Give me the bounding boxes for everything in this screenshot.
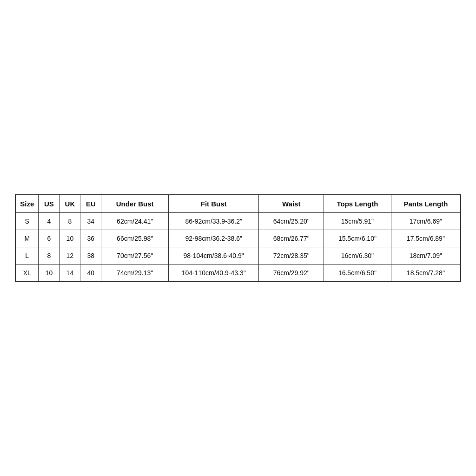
header-waist: Waist: [259, 195, 324, 213]
cell-fitbust-row1: 92-98cm/36.2-38.6": [169, 230, 259, 247]
header-underbust: Under Bust: [101, 195, 169, 213]
cell-pantslength-row3: 18.5cm/7.28": [391, 264, 461, 282]
header-size: Size: [15, 195, 39, 213]
cell-waist-row1: 68cm/26.77": [259, 230, 324, 247]
cell-us-row0: 4: [39, 212, 60, 230]
table-header-row: Size US UK EU Under Bust Fit Bust Waist …: [15, 195, 461, 213]
cell-topslength-row1: 15.5cm/6.10": [324, 230, 391, 247]
cell-pantslength-row2: 18cm/7.09": [391, 247, 461, 264]
cell-underbust-row3: 74cm/29.13": [101, 264, 169, 282]
cell-uk-row2: 12: [60, 247, 80, 264]
header-eu: EU: [80, 195, 101, 213]
cell-waist-row0: 64cm/25.20": [259, 212, 324, 230]
table-row: L8123870cm/27.56"98-104cm/38.6-40.9"72cm…: [15, 247, 461, 264]
cell-size-row3: XL: [15, 264, 39, 282]
size-chart-container: Size US UK EU Under Bust Fit Bust Waist …: [15, 194, 461, 282]
cell-fitbust-row3: 104-110cm/40.9-43.3": [169, 264, 259, 282]
cell-uk-row0: 8: [60, 212, 80, 230]
header-us: US: [39, 195, 60, 213]
cell-eu-row0: 34: [80, 212, 101, 230]
cell-underbust-row1: 66cm/25.98": [101, 230, 169, 247]
size-chart-table: Size US UK EU Under Bust Fit Bust Waist …: [15, 194, 461, 282]
cell-topslength-row2: 16cm/6.30": [324, 247, 391, 264]
cell-underbust-row0: 62cm/24.41": [101, 212, 169, 230]
table-row: M6103666cm/25.98"92-98cm/36.2-38.6"68cm/…: [15, 230, 461, 247]
header-fitbust: Fit Bust: [169, 195, 259, 213]
cell-us-row1: 6: [39, 230, 60, 247]
cell-size-row1: M: [15, 230, 39, 247]
cell-eu-row2: 38: [80, 247, 101, 264]
header-topslength: Tops Length: [324, 195, 391, 213]
cell-fitbust-row2: 98-104cm/38.6-40.9": [169, 247, 259, 264]
table-row: XL10144074cm/29.13"104-110cm/40.9-43.3"7…: [15, 264, 461, 282]
cell-eu-row3: 40: [80, 264, 101, 282]
cell-us-row2: 8: [39, 247, 60, 264]
cell-us-row3: 10: [39, 264, 60, 282]
table-row: S483462cm/24.41"86-92cm/33.9-36.2"64cm/2…: [15, 212, 461, 230]
cell-topslength-row0: 15cm/5.91": [324, 212, 391, 230]
cell-waist-row2: 72cm/28.35": [259, 247, 324, 264]
cell-uk-row3: 14: [60, 264, 80, 282]
header-pantslength: Pants Length: [391, 195, 461, 213]
cell-pantslength-row1: 17.5cm/6.89": [391, 230, 461, 247]
header-uk: UK: [60, 195, 80, 213]
cell-eu-row1: 36: [80, 230, 101, 247]
cell-pantslength-row0: 17cm/6.69": [391, 212, 461, 230]
cell-waist-row3: 76cm/29.92": [259, 264, 324, 282]
cell-fitbust-row0: 86-92cm/33.9-36.2": [169, 212, 259, 230]
cell-underbust-row2: 70cm/27.56": [101, 247, 169, 264]
cell-topslength-row3: 16.5cm/6.50": [324, 264, 391, 282]
cell-size-row2: L: [15, 247, 39, 264]
cell-size-row0: S: [15, 212, 39, 230]
cell-uk-row1: 10: [60, 230, 80, 247]
